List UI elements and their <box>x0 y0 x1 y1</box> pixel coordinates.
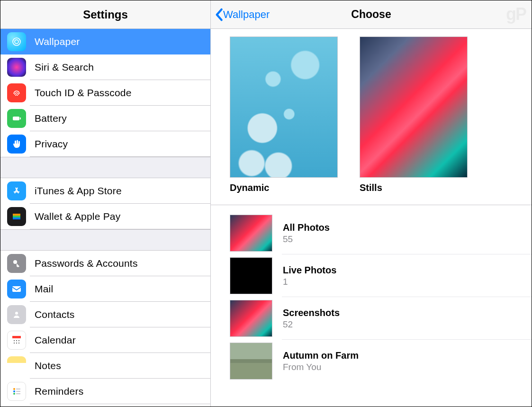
sidebar-item-wallet[interactable]: Wallet & Apple Pay <box>0 204 210 229</box>
sidebar-item-label: Contacts <box>35 309 74 320</box>
album-thumb <box>230 300 272 337</box>
svg-rect-20 <box>16 389 20 389</box>
sidebar-item-label: Siri & Search <box>35 62 94 73</box>
sidebar-item-passwords[interactable]: Passwords & Accounts <box>0 251 210 276</box>
album-count: 55 <box>283 234 330 244</box>
svg-rect-22 <box>16 393 20 394</box>
reminders-icon <box>7 382 26 401</box>
album-title: Live Photos <box>283 265 336 276</box>
album-title: All Photos <box>283 222 330 233</box>
sidebar-item-battery[interactable]: Battery <box>0 106 210 131</box>
sidebar-item-reminders[interactable]: Reminders <box>0 379 210 404</box>
key-icon <box>7 254 26 273</box>
album-autumn-on-farm[interactable]: Autumn on Farm From You <box>211 340 532 382</box>
wallet-icon <box>7 207 26 226</box>
svg-point-18 <box>13 390 15 392</box>
category-dynamic[interactable]: Dynamic <box>230 36 338 193</box>
sidebar-item-siri[interactable]: Siri & Search <box>0 54 210 80</box>
sidebar-item-label: Mail <box>35 283 53 295</box>
album-all-photos[interactable]: All Photos 55 <box>211 212 532 254</box>
svg-point-16 <box>18 343 19 344</box>
settings-sidebar: Settings Wallpaper Siri & Search Touch I… <box>0 0 211 407</box>
detail-pane: Wallpaper Choose gP Dynamic Stills All P… <box>211 0 532 407</box>
sidebar-item-itunes[interactable]: iTunes & App Store <box>0 178 210 204</box>
svg-point-15 <box>16 343 17 344</box>
notes-icon <box>7 356 26 375</box>
wallpaper-icon <box>7 32 26 51</box>
category-thumb-stills <box>360 36 468 178</box>
wallpaper-categories: Dynamic Stills <box>211 29 532 205</box>
sidebar-item-privacy[interactable]: Privacy <box>0 131 210 157</box>
album-subtitle: From You <box>283 362 359 372</box>
svg-point-17 <box>13 388 15 390</box>
calendar-icon <box>7 331 26 350</box>
svg-rect-21 <box>16 391 20 392</box>
detail-body: Dynamic Stills All Photos 55 Live Photos <box>211 29 532 407</box>
svg-rect-5 <box>13 216 20 217</box>
appstore-icon <box>7 181 26 200</box>
svg-point-19 <box>13 393 15 395</box>
sidebar-item-mail[interactable]: Mail <box>0 276 210 302</box>
sidebar-group-gap <box>0 157 210 178</box>
album-meta: Screenshots 52 <box>283 308 340 330</box>
album-live-photos[interactable]: Live Photos 1 <box>211 254 532 297</box>
album-title: Autumn on Farm <box>283 350 359 361</box>
sidebar-title: Settings <box>0 0 210 29</box>
sidebar-item-label: Privacy <box>35 138 68 150</box>
svg-rect-6 <box>13 217 20 219</box>
album-title: Screenshots <box>283 308 340 318</box>
sidebar-item-wallpaper[interactable]: Wallpaper <box>0 29 210 54</box>
album-meta: Autumn on Farm From You <box>283 350 359 372</box>
svg-point-12 <box>16 340 17 341</box>
chevron-left-icon <box>215 8 223 21</box>
svg-point-1 <box>13 38 20 45</box>
sidebar-item-calendar[interactable]: Calendar <box>0 327 210 353</box>
album-count: 52 <box>283 319 340 330</box>
svg-rect-3 <box>20 118 21 119</box>
album-meta: All Photos 55 <box>283 222 330 244</box>
sidebar-item-label: Wallet & Apple Pay <box>35 211 120 222</box>
contacts-icon <box>7 305 26 324</box>
sidebar-item-label: Touch ID & Passcode <box>35 87 132 99</box>
sidebar-item-label: Wallpaper <box>35 36 80 47</box>
svg-point-14 <box>14 343 15 344</box>
album-meta: Live Photos 1 <box>283 265 336 287</box>
album-thumb <box>230 215 272 252</box>
sidebar-item-label: iTunes & App Store <box>35 185 122 197</box>
battery-icon <box>7 109 26 128</box>
album-thumb <box>230 343 272 380</box>
touchid-icon <box>7 83 26 102</box>
category-stills[interactable]: Stills <box>360 36 468 193</box>
sidebar-group-gap <box>0 229 210 251</box>
sidebar-item-label: Passwords & Accounts <box>35 258 138 269</box>
sidebar-item-label: Reminders <box>35 386 83 397</box>
sidebar-item-label: Battery <box>35 113 67 124</box>
album-thumb <box>230 257 272 294</box>
svg-point-0 <box>15 40 18 44</box>
svg-rect-10 <box>12 336 21 338</box>
mail-icon <box>7 280 26 298</box>
sidebar-item-touchid[interactable]: Touch ID & Passcode <box>0 80 210 106</box>
category-thumb-dynamic <box>230 36 338 178</box>
svg-point-13 <box>18 340 19 341</box>
watermark: gP <box>506 4 526 24</box>
sidebar-item-notes[interactable]: Notes <box>0 353 210 379</box>
back-label: Wallpaper <box>223 9 270 21</box>
svg-rect-4 <box>13 214 20 216</box>
sidebar-item-label: Notes <box>35 360 61 371</box>
svg-rect-8 <box>12 286 21 292</box>
category-label: Stills <box>360 182 468 193</box>
section-divider <box>211 205 532 205</box>
category-label: Dynamic <box>230 182 338 193</box>
svg-point-7 <box>13 260 17 264</box>
detail-header: Wallpaper Choose gP <box>211 0 532 29</box>
sidebar-list: Wallpaper Siri & Search Touch ID & Passc… <box>0 29 210 407</box>
album-screenshots[interactable]: Screenshots 52 <box>211 297 532 340</box>
hand-icon <box>7 135 26 154</box>
svg-rect-2 <box>13 117 19 120</box>
svg-point-9 <box>15 312 18 315</box>
album-list: All Photos 55 Live Photos 1 Screenshots … <box>211 212 532 401</box>
sidebar-item-label: Calendar <box>35 335 76 346</box>
sidebar-item-contacts[interactable]: Contacts <box>0 302 210 327</box>
back-button[interactable]: Wallpaper <box>211 8 270 21</box>
